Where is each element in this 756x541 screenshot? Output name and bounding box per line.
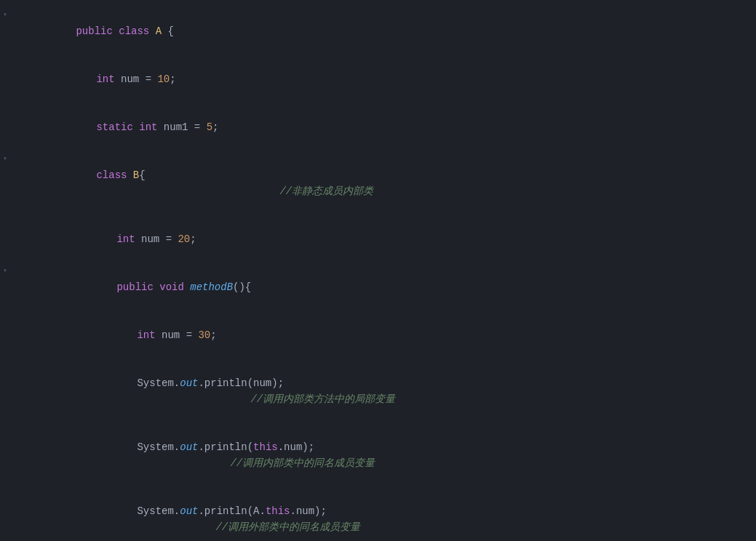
token: static [96,121,139,133]
token: int [139,121,157,133]
code-content-3: static int num1 = 5; [33,103,756,151]
line-7: int num = 30; [0,311,756,359]
comment-token: //非静态成员内部类 [279,185,373,197]
token: class [119,25,155,37]
token: int [96,73,114,85]
token: public [76,25,119,37]
code-content-6: public void methodB(){ [33,263,756,311]
token: .println(num); [198,377,284,389]
code-content-10: System.out.println(A.this.num); //调用外部类中… [33,487,756,541]
code-content-1: public class A { [33,7,756,55]
code-content-9: System.out.println(this.num); //调用内部类中的同… [33,423,756,487]
token: A [156,25,168,37]
token: System. [137,505,180,517]
fold-icon-6[interactable]: ▾ [0,263,10,279]
line-8: System.out.println(num); //调用内部类方法中的局部变量 [0,359,756,423]
token: ; [170,73,175,85]
token: 30 [198,329,210,341]
line-2: int num = 10; [0,55,756,103]
token: num = [115,73,158,85]
token: .println( [198,441,253,453]
token: public [116,281,159,293]
token: this [266,505,290,517]
token: void [159,281,190,293]
token: System. [137,377,180,389]
token: (){ [233,281,251,293]
token: 10 [157,73,170,85]
fold-icon-1[interactable]: ▾ [0,7,10,23]
token: 5 [207,121,212,133]
comment-token: //调用外部类中的同名成员变量 [215,521,360,533]
token: this [253,441,278,453]
token: System. [137,441,180,453]
token: B [133,169,139,181]
code-content-2: int num = 10; [33,55,756,103]
line-9: System.out.println(this.num); //调用内部类中的同… [0,423,756,487]
token: int [116,233,135,245]
code-content-5: int num = 20; [33,215,756,263]
code-content-7: int num = 30; [33,311,756,359]
line-10: System.out.println(A.this.num); //调用外部类中… [0,487,756,541]
token: ; [210,329,216,341]
token: out [180,441,198,453]
token: int [137,329,155,341]
token: out [180,505,198,517]
fold-icon-4[interactable]: ▾ [0,151,10,167]
token: class [96,169,132,181]
comment-token: //调用内部类中的同名成员变量 [230,457,375,469]
line-5: int num = 20; [0,215,756,263]
token: { [167,25,173,37]
token: methodB [190,281,233,293]
line-3: static int num1 = 5; [0,103,756,151]
code-content-4: class B{ //非静态成员内部类 [33,151,756,215]
line-6: ▾ public void methodB(){ [0,263,756,311]
token: .println(A. [198,505,265,517]
token: .num); [290,505,326,517]
token: out [180,377,198,389]
token: num = [156,329,199,341]
token: num1 = [157,121,206,133]
token: num = [135,233,178,245]
line-4: ▾ class B{ //非静态成员内部类 [0,151,756,215]
code-content-8: System.out.println(num); //调用内部类方法中的局部变量 [33,359,756,423]
code-editor: ▾ public class A { int num = 10; static … [0,0,756,541]
token: { [139,169,145,181]
token: ; [212,121,218,133]
token: ; [190,233,196,245]
token: 20 [178,233,190,245]
comment-token: //调用内部类方法中的局部变量 [250,393,395,405]
line-1: ▾ public class A { [0,7,756,55]
token: .num); [278,441,314,453]
